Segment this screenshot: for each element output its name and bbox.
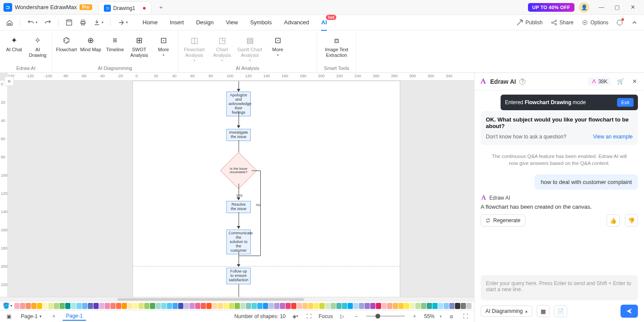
color-swatch[interactable] (297, 303, 302, 309)
notifications-button[interactable] (616, 19, 623, 26)
view-example-link[interactable]: View an example (593, 134, 633, 140)
print-button[interactable] (80, 19, 86, 26)
color-swatch[interactable] (342, 303, 347, 309)
color-swatch[interactable] (82, 303, 87, 309)
swot-button[interactable]: ⊞SWOT Analysis (128, 33, 150, 58)
color-swatch[interactable] (280, 303, 285, 309)
color-swatch[interactable] (173, 303, 178, 309)
color-swatch[interactable] (319, 303, 325, 309)
promo-banner[interactable]: UP TO 40% OFF (528, 3, 574, 12)
page-selector[interactable]: Page-1▾ (17, 312, 45, 320)
color-swatch[interactable] (150, 303, 155, 309)
home-icon[interactable] (6, 19, 13, 26)
color-swatch[interactable] (110, 303, 116, 309)
flowchart-node[interactable]: Follow up to ensure satisfaction (226, 268, 251, 284)
zoom-in-button[interactable]: ＋ (410, 312, 419, 321)
color-swatch[interactable] (252, 303, 257, 309)
flowchart-node[interactable]: Investigate the issue (226, 129, 251, 141)
color-swatch[interactable] (263, 303, 268, 309)
redo-button[interactable] (44, 19, 51, 26)
color-swatch[interactable] (99, 303, 104, 309)
color-swatch[interactable] (105, 303, 110, 309)
sidebar-expand-button[interactable]: » (4, 76, 14, 86)
fit-page-button[interactable]: ⧈ (447, 312, 456, 321)
color-swatch[interactable] (314, 303, 319, 309)
flowchart-node[interactable]: Resolve the issue (226, 201, 251, 213)
color-swatch[interactable] (421, 303, 426, 309)
timeline-button[interactable]: ≡Timeline (104, 33, 126, 53)
mindmap-button[interactable]: ⊕Mind Map (80, 33, 102, 53)
color-swatch[interactable] (370, 303, 375, 309)
color-swatch[interactable] (308, 303, 313, 309)
color-swatch[interactable] (404, 303, 409, 309)
cart-icon[interactable]: 🛒 (616, 77, 625, 86)
color-swatch[interactable] (398, 303, 404, 309)
color-swatch[interactable] (26, 303, 31, 309)
color-swatch[interactable] (376, 303, 381, 309)
color-swatch[interactable] (325, 303, 330, 309)
color-swatch[interactable] (427, 303, 432, 309)
color-swatch[interactable] (393, 303, 398, 309)
color-swatch[interactable] (274, 303, 279, 309)
color-swatch[interactable] (410, 303, 415, 309)
tab-design[interactable]: Design (196, 17, 213, 27)
layers-button[interactable]: ◈▾ (291, 312, 299, 321)
exit-mode-button[interactable]: Exit (617, 98, 634, 107)
color-swatch[interactable] (359, 303, 364, 309)
flowchart-node[interactable]: Communicate the solution to the customer (226, 230, 251, 254)
add-page-button[interactable]: ＋ (50, 312, 58, 321)
undo-button[interactable]: ▾ (27, 19, 37, 26)
color-swatch[interactable] (161, 303, 166, 309)
color-swatch[interactable] (139, 303, 144, 309)
color-swatch[interactable] (60, 303, 65, 309)
color-swatch[interactable] (455, 303, 460, 309)
color-swatch[interactable] (156, 303, 161, 309)
color-swatch[interactable] (167, 303, 172, 309)
color-swatch[interactable] (54, 303, 59, 309)
color-swatch[interactable] (212, 303, 217, 309)
tab-view[interactable]: View (226, 17, 238, 27)
collapse-ribbon-button[interactable] (631, 19, 638, 26)
color-swatch[interactable] (31, 303, 37, 309)
color-swatch[interactable] (336, 303, 342, 309)
color-swatch[interactable] (127, 303, 133, 309)
color-swatch[interactable] (133, 303, 138, 309)
color-swatch[interactable] (178, 303, 183, 309)
color-swatch[interactable] (93, 303, 99, 309)
color-swatch[interactable] (229, 303, 234, 309)
page-surface[interactable]: Apologize and acknowledge their feelings… (133, 81, 400, 297)
color-swatch[interactable] (365, 303, 370, 309)
color-swatch[interactable] (466, 303, 471, 309)
zoom-slider[interactable] (366, 315, 405, 317)
doc-tab[interactable]: ⊃ Drawing1 (98, 1, 152, 14)
help-icon[interactable]: ? (519, 79, 525, 85)
tab-insert[interactable]: Insert (170, 17, 184, 27)
color-swatch[interactable] (189, 303, 195, 309)
ai-chat-button[interactable]: ✦AI Chat (3, 33, 25, 53)
canvas[interactable]: Apologize and acknowledge their feelings… (8, 81, 474, 297)
close-button[interactable]: ✕ (625, 2, 641, 13)
color-swatch[interactable] (449, 303, 455, 309)
color-swatch[interactable] (184, 303, 189, 309)
color-swatch[interactable] (223, 303, 229, 309)
more-diagram-button[interactable]: ⊡More▾ (153, 33, 174, 57)
new-tab-button[interactable]: ＋ (156, 2, 166, 13)
color-swatch[interactable] (415, 303, 421, 309)
color-swatch[interactable] (432, 303, 438, 309)
color-swatch[interactable] (65, 303, 70, 309)
color-swatch[interactable] (257, 303, 262, 309)
scrollbar-thumb[interactable] (117, 298, 304, 301)
close-panel-button[interactable]: ✕ (630, 77, 639, 86)
color-swatch[interactable] (382, 303, 387, 309)
color-swatch[interactable] (43, 303, 48, 309)
color-swatch[interactable] (201, 303, 206, 309)
zoom-out-button[interactable]: − (352, 312, 361, 321)
regenerate-button[interactable]: Regenerate (481, 214, 525, 227)
color-swatch[interactable] (116, 303, 121, 309)
color-swatch[interactable] (438, 303, 443, 309)
color-swatch[interactable] (14, 303, 20, 309)
publish-button[interactable]: Publish (516, 19, 542, 26)
color-swatch[interactable] (206, 303, 212, 309)
paint-bucket-icon[interactable]: 🪣▾ (3, 302, 12, 309)
image-text-extraction-button[interactable]: ⧈Image Text Extraction (321, 33, 352, 58)
